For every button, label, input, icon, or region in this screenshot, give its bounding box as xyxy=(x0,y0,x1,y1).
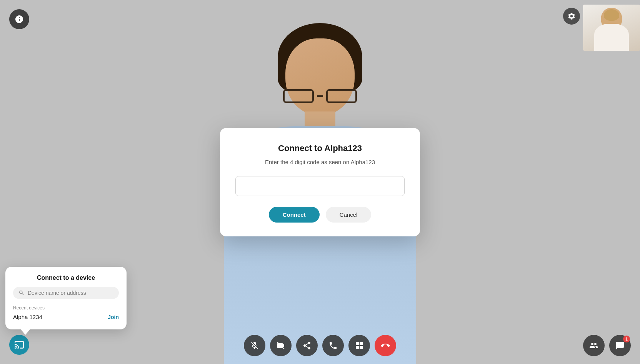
connect-button[interactable]: Connect xyxy=(269,207,320,223)
modal-overlay: Connect to Alpha123 Enter the 4 digit co… xyxy=(0,0,640,364)
connect-modal: Connect to Alpha123 Enter the 4 digit co… xyxy=(220,128,420,236)
cancel-button[interactable]: Cancel xyxy=(326,207,372,223)
modal-actions: Connect Cancel xyxy=(235,207,405,223)
code-input[interactable] xyxy=(235,176,405,196)
modal-title: Connect to Alpha123 xyxy=(235,143,405,153)
modal-subtitle: Enter the 4 digit code as seen on Alpha1… xyxy=(235,159,405,165)
